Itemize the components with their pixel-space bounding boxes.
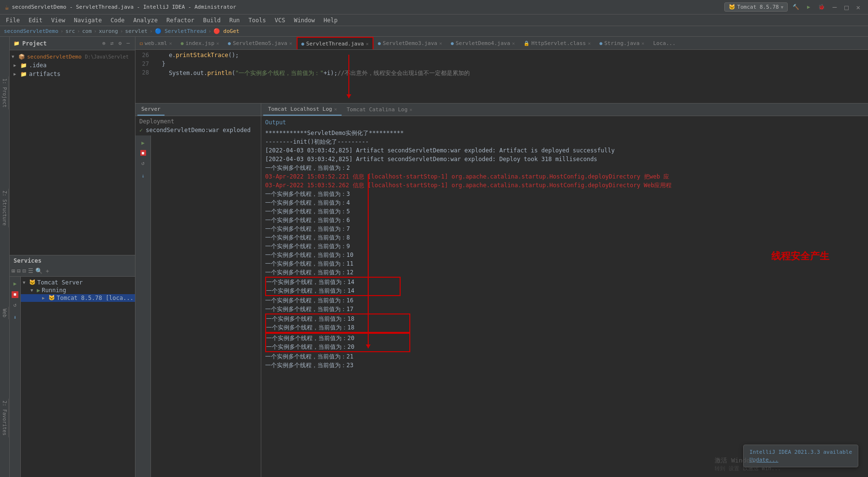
top-right-toolbar: 🐱 Tomcat 8.5.78 ▼ 🔨 ▶ 🐞 ─ □ ✕ (724, 2, 863, 12)
deploy-label: Deployment (139, 118, 257, 125)
menu-run[interactable]: Run (225, 16, 244, 25)
minimize-button[interactable]: ─ (830, 2, 839, 12)
server-vertical-actions: ▶ ■ ↺ ↓ (135, 135, 151, 477)
menu-window[interactable]: Window (290, 16, 318, 25)
menu-vcs[interactable]: VCS (271, 16, 289, 25)
log-line-25: 一个实例多个线程，当前值为：20 (266, 343, 409, 351)
menu-file[interactable]: File (2, 16, 24, 25)
red-box-group-3: 一个实例多个线程，当前值为：20 一个实例多个线程，当前值为：20 (265, 333, 410, 352)
log-line-23: 一个实例多个线程，当前值为：18 (266, 323, 409, 332)
run-config-button[interactable]: 🐱 Tomcat 8.5.78 ▼ (724, 2, 788, 12)
debug-button[interactable]: 🐞 (815, 3, 828, 11)
svc-run-btn[interactable]: ▶ (10, 279, 20, 289)
tab-servletdemo5[interactable]: ● ServletDemo5.java ✕ (224, 37, 297, 49)
log-line-24: 一个实例多个线程，当前值为：20 (266, 334, 409, 343)
tab-servletdemo3[interactable]: ● ServletDemo3.java ✕ (374, 37, 447, 49)
project-sidebar-label[interactable]: 1: Project (1, 76, 9, 109)
breadcrumb-servlet[interactable]: servlet (125, 28, 148, 34)
tab-webxml[interactable]: ◻ web.xml ✕ (135, 37, 176, 49)
code-line-27: 27 } (135, 60, 868, 69)
breadcrumb-method[interactable]: 🔴 doGet (213, 28, 239, 34)
panel-tools: ⊕ ⇄ ⚙ ─ (101, 40, 132, 47)
svc-stop-btn[interactable]: ■ (12, 291, 18, 298)
breadcrumb-xurong[interactable]: xurong (99, 28, 118, 34)
log-tab-catalina[interactable]: Tomcat Catalina Log ✕ (342, 104, 417, 116)
panel-tool-sync[interactable]: ⇄ (109, 40, 115, 47)
breadcrumb-project[interactable]: secondServletDemo (4, 28, 59, 34)
code-arrow (348, 55, 349, 98)
menu-analyze[interactable]: Analyze (129, 16, 162, 25)
breadcrumb-com[interactable]: com (82, 28, 92, 34)
server-stop-action[interactable]: ■ (140, 150, 146, 156)
log-line-8: 一个实例多个线程，当前值为：3 (265, 190, 864, 198)
artifacts-folder[interactable]: ▶ 📁 artifacts (10, 70, 135, 78)
tab-servletdemo4[interactable]: ● ServletDemo4.java ✕ (447, 37, 520, 49)
server-deploy-action[interactable]: ↓ (138, 170, 149, 181)
breadcrumb-src[interactable]: src (65, 28, 75, 34)
services-toolbar: ⊞ ⊟ ⊡ ☰ 🔍 ＋ (10, 266, 135, 277)
menu-help[interactable]: Help (320, 16, 342, 25)
tab-stringjava[interactable]: ● String.java ✕ (595, 37, 649, 49)
deployment-section: Deployment ✓ secondServletDemo:war explo… (135, 116, 261, 135)
svc-deploy-btn[interactable]: ⬇ (10, 313, 20, 323)
log-line-3: [2022-04-03 03:03:42,825] Artifact secon… (265, 146, 864, 155)
project-file-tree: ▼ 📦 secondServletDemo D:\Java\Servlet ▶ … (10, 50, 135, 255)
tab-loca[interactable]: Loca... (649, 37, 680, 49)
idea-folder[interactable]: ▶ 📁 .idea (10, 61, 135, 70)
breadcrumb: secondServletDemo › src › com › xurong ›… (0, 26, 868, 37)
maximize-button[interactable]: □ (841, 2, 851, 12)
menu-build[interactable]: Build (199, 16, 224, 25)
server-run-action[interactable]: ▶ (138, 137, 149, 148)
project-root[interactable]: ▼ 📦 secondServletDemo D:\Java\Servlet (10, 52, 135, 61)
server-tree-content (151, 135, 261, 477)
panel-tool-add[interactable]: ⊕ (101, 40, 107, 47)
server-restart-action[interactable]: ↺ (138, 158, 149, 168)
svc-add[interactable]: ＋ (45, 267, 50, 275)
tab-indexjsp[interactable]: ● index.jsp ✕ (176, 37, 224, 49)
log-line-21: 一个实例多个线程，当前值为：17 (265, 305, 864, 313)
svc-search[interactable]: 🔍 (35, 268, 43, 274)
menu-view[interactable]: View (47, 16, 69, 25)
panel-tool-close[interactable]: ─ (125, 40, 131, 47)
red-box-group-2: 一个实例多个线程，当前值为：18 一个实例多个线程，当前值为：18 (265, 313, 410, 333)
log-line-9: 一个实例多个线程，当前值为：4 (265, 198, 864, 207)
svc-restart-btn[interactable]: ↺ (10, 300, 20, 311)
tab-servletthread[interactable]: ● ServletThread.java ✕ (297, 37, 374, 49)
code-line-28: 28 System.out.println("一个实例多个线程，当前值为："+i… (135, 69, 868, 78)
log-line-6: 03-Apr-2022 15:03:52.221 信息 [localhost-s… (265, 172, 864, 181)
project-panel-title: Project (22, 40, 47, 47)
svc-collapse[interactable]: ⊟ (17, 268, 20, 274)
log-content: Output ************ServletDemo实例化了******… (261, 116, 868, 477)
editor-tabs: ◻ web.xml ✕ ● index.jsp ✕ ● ServletDemo5… (135, 37, 868, 50)
server-action-area: ▶ ■ ↺ ↓ (135, 135, 261, 477)
structure-sidebar-label[interactable]: Z: Structure (1, 189, 9, 227)
app-title: secondServletDemo - ServletThread.java -… (12, 4, 236, 10)
svc-filter[interactable]: ☰ (28, 268, 33, 274)
close-button[interactable]: ✕ (853, 2, 863, 12)
tomcat-server-item[interactable]: ▼ 🐱 Tomcat Server (21, 279, 135, 286)
server-tab-server[interactable]: Server (137, 104, 165, 116)
svc-expand-all[interactable]: ⊞ (12, 268, 15, 274)
breadcrumb-class[interactable]: 🔵 ServletThread (155, 28, 207, 34)
server-tree-panel: Server Deployment ✓ secondServletDemo:wa… (135, 104, 261, 477)
build-button[interactable]: 🔨 (790, 3, 802, 11)
log-tab-localhost[interactable]: Tomcat Localhost Log ✕ (263, 104, 342, 116)
menu-edit[interactable]: Edit (25, 16, 46, 25)
tomcat-server-label: Tomcat Server (37, 279, 83, 286)
favorites-sidebar-label[interactable]: 2: Favorites (1, 399, 9, 437)
run-button[interactable]: ▶ (804, 3, 813, 11)
menu-refactor[interactable]: Refactor (163, 16, 198, 25)
panel-tool-settings[interactable]: ⚙ (117, 40, 123, 47)
menu-navigate[interactable]: Navigate (70, 16, 106, 25)
log-arrow (368, 174, 369, 348)
log-line-12: 一个实例多个线程，当前值为：7 (265, 224, 864, 233)
web-sidebar-label[interactable]: Web (1, 307, 9, 319)
log-line-20: 一个实例多个线程，当前值为：16 (265, 296, 864, 305)
svc-group[interactable]: ⊡ (22, 268, 26, 274)
running-item[interactable]: ▼ ▶ Running (21, 286, 135, 294)
bottom-area: Server Deployment ✓ secondServletDemo:wa… (135, 103, 868, 477)
tab-httpservlet[interactable]: 🔒 HttpServlet.class ✕ (519, 37, 595, 49)
menu-code[interactable]: Code (107, 16, 129, 25)
menu-tools[interactable]: Tools (245, 16, 270, 25)
tomcat-instance-item[interactable]: ▶ 🐱 Tomcat 8.5.78 [loca... (21, 294, 135, 302)
